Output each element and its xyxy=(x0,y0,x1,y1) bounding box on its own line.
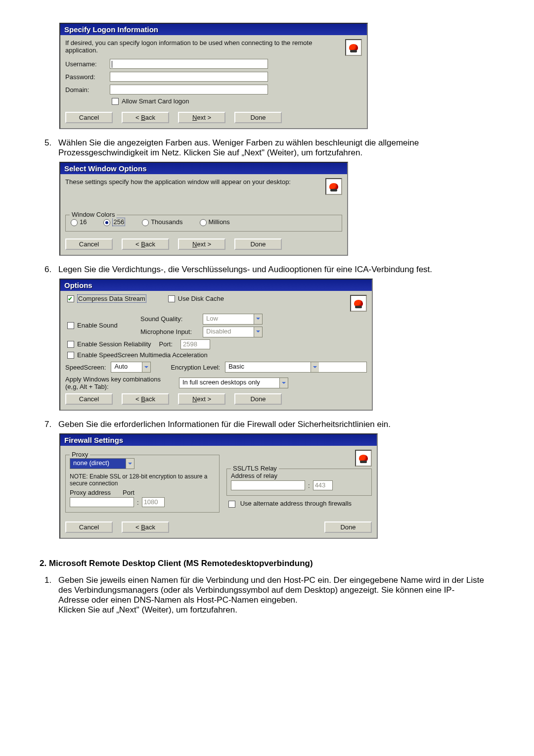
list-number: 1. xyxy=(44,575,58,615)
speedscreen-label: SpeedScreen: xyxy=(65,364,106,371)
speedscreen-accel-checkbox[interactable]: Enable SpeedScreen Multimedia Accelerati… xyxy=(65,351,208,359)
done-button[interactable]: Done xyxy=(324,521,372,533)
dialog-options: Options Compress Data Stream Use Disk Ca… xyxy=(59,279,373,411)
radio-millions[interactable]: Millions xyxy=(199,218,230,226)
password-label: Password: xyxy=(65,73,110,81)
dialog-firewall: Firewall Settings Proxy none (direct) NO… xyxy=(59,433,378,539)
dialog-title: Select Window Options xyxy=(60,163,347,174)
app-icon xyxy=(345,39,362,56)
app-icon xyxy=(355,450,372,467)
section2-step1: Geben Sie jeweils einen Namen für die Ve… xyxy=(58,575,485,615)
app-icon xyxy=(350,295,367,312)
encryption-label: Encryption Level: xyxy=(171,364,220,371)
step6-text: Legen Sie die Verdichtungs-, die Verschl… xyxy=(58,265,485,275)
proxy-group: Proxy none (direct) NOTE: Enable SSL or … xyxy=(65,455,220,513)
domain-label: Domain: xyxy=(65,86,110,94)
proxy-port-label: Port xyxy=(123,489,134,496)
dialog-window-options: Select Window Options These settings spe… xyxy=(59,162,348,256)
username-input[interactable] xyxy=(110,59,268,69)
logon-intro: If desired, you can specify logon inform… xyxy=(65,39,341,54)
winkey-label: Apply Windows key combinations (e,g, Alt… xyxy=(65,376,174,390)
smartcard-checkbox[interactable] xyxy=(112,98,119,105)
relay-address-label: Address of relay xyxy=(231,472,367,479)
winkey-combo[interactable]: In full screen desktops only xyxy=(179,378,288,388)
back-button[interactable]: < Back xyxy=(122,521,169,533)
radio-thousands[interactable]: Thousands xyxy=(141,218,182,226)
back-button[interactable]: < Back xyxy=(122,112,169,123)
proxy-type-combo[interactable]: none (direct) xyxy=(70,458,134,469)
cancel-button[interactable]: Cancel xyxy=(65,521,113,533)
compress-checkbox[interactable]: Compress Data Stream xyxy=(65,295,146,303)
dialog-title: Options xyxy=(60,280,372,291)
port-label: Port: xyxy=(159,340,173,348)
relay-address-input[interactable] xyxy=(231,480,305,490)
mic-combo[interactable]: Disabled xyxy=(203,327,263,337)
diskcache-checkbox[interactable]: Use Disk Cache xyxy=(166,295,224,303)
proxy-address-input[interactable] xyxy=(70,497,134,507)
cancel-button[interactable]: Cancel xyxy=(65,238,113,250)
port-input[interactable]: 2598 xyxy=(180,339,210,349)
smartcard-label: Allow Smart Card logon xyxy=(122,97,189,105)
cancel-button[interactable]: Cancel xyxy=(65,112,113,123)
radio-16[interactable]: 16 xyxy=(70,218,87,226)
dialog-title: Specify Logon Information xyxy=(60,24,367,35)
list-number: 7. xyxy=(44,420,58,429)
soundquality-label: Sound Quality: xyxy=(140,315,200,323)
proxy-address-label: Proxy address xyxy=(70,489,111,496)
username-label: Username: xyxy=(65,60,110,68)
radio-256[interactable]: 256 xyxy=(102,218,125,226)
done-button[interactable]: Done xyxy=(234,393,282,405)
mic-label: Microphone Input: xyxy=(140,328,200,335)
dialog-specify-logon: Specify Logon Information If desired, yo… xyxy=(59,23,368,129)
next-button[interactable]: Next > xyxy=(178,393,225,405)
winopt-intro: These settings specify how the applicati… xyxy=(65,178,321,186)
alt-address-label: Use alternate address through firewalls xyxy=(240,500,352,507)
window-colors-legend: Window Colors xyxy=(70,211,117,218)
relay-legend: SSL/TLS Relay xyxy=(231,465,279,472)
done-button[interactable]: Done xyxy=(234,238,282,250)
section-2-heading: 2. Microsoft Remote Desktop Client (MS R… xyxy=(40,559,485,568)
app-icon xyxy=(325,178,342,195)
enablesound-checkbox[interactable]: Enable Sound xyxy=(65,322,134,330)
domain-input[interactable] xyxy=(110,85,268,94)
proxy-port-input[interactable]: 1080 xyxy=(142,497,165,507)
step5-text: Wählen Sie die angezeigten Farben aus. W… xyxy=(58,138,485,158)
list-number: 5. xyxy=(44,138,58,158)
done-button[interactable]: Done xyxy=(234,112,282,123)
password-input[interactable] xyxy=(110,72,268,82)
list-number: 6. xyxy=(44,265,58,275)
dialog-title: Firewall Settings xyxy=(60,434,377,446)
next-button[interactable]: Next > xyxy=(178,112,225,123)
next-button[interactable]: Next > xyxy=(178,238,225,250)
encryption-combo[interactable]: Basic xyxy=(225,362,367,373)
proxy-note: NOTE: Enable SSL or 128-bit encryption t… xyxy=(70,473,215,487)
alt-address-checkbox[interactable] xyxy=(228,501,235,508)
cancel-button[interactable]: Cancel xyxy=(65,393,113,405)
soundquality-combo[interactable]: Low xyxy=(203,314,263,325)
relay-port-input[interactable]: 443 xyxy=(313,480,333,490)
window-colors-group: Window Colors 16 256 Thousands Millions xyxy=(65,215,342,232)
relay-group: SSL/TLS Relay Address of relay : 443 xyxy=(226,469,372,496)
speedscreen-combo[interactable]: Auto xyxy=(111,362,151,373)
step7-text: Geben Sie die erforderlichen Information… xyxy=(58,420,485,429)
back-button[interactable]: < Back xyxy=(122,393,169,405)
back-button[interactable]: < Back xyxy=(122,238,169,250)
session-reliability-checkbox[interactable]: Enable Session Reliability xyxy=(65,340,151,348)
proxy-legend: Proxy xyxy=(70,451,90,458)
